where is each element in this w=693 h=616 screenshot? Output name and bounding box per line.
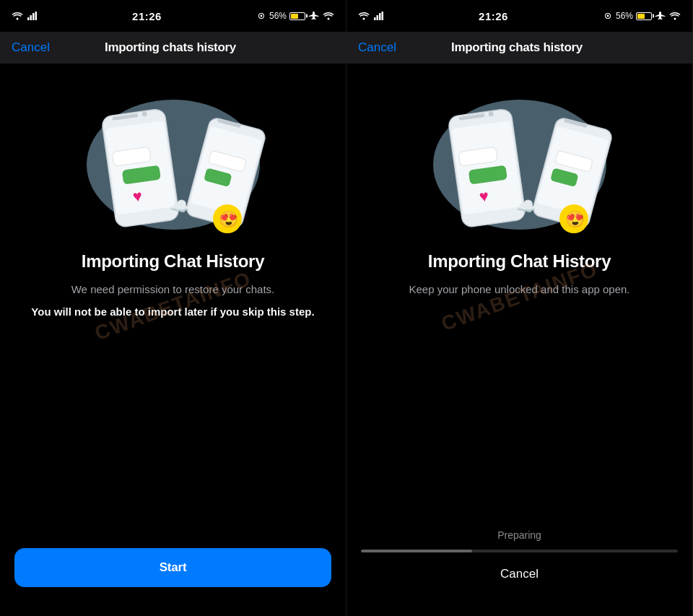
battery-fill-1 xyxy=(291,14,298,19)
battery-fill-2 xyxy=(637,14,645,19)
main-heading-1: Importing Chat History xyxy=(82,251,264,272)
svg-rect-26 xyxy=(374,17,376,20)
cancel-progress-button[interactable]: Cancel xyxy=(500,561,539,587)
wifi-icon-2 xyxy=(323,12,334,20)
svg-rect-29 xyxy=(382,12,384,20)
cancel-button-1[interactable]: Cancel xyxy=(12,40,50,55)
battery-percent-1: 56% xyxy=(269,11,287,21)
description-1a: We need permission to restore your chats… xyxy=(71,282,275,298)
signal-icon-2 xyxy=(374,12,384,20)
wifi-icon-3 xyxy=(358,12,370,20)
cancel-button-2[interactable]: Cancel xyxy=(358,40,396,55)
panel-2: 21:26 56% Cancel Importing chats history xyxy=(346,0,693,616)
nav-title-1: Importing chats history xyxy=(105,40,236,55)
status-time-1: 21:26 xyxy=(132,10,162,22)
svg-point-32 xyxy=(674,18,676,20)
battery-percent-2: 56% xyxy=(616,11,633,21)
svg-point-6 xyxy=(261,15,263,17)
progress-area: Preparing Cancel xyxy=(346,529,692,616)
phones-svg-2: ♥ ☁️ 😍 xyxy=(411,78,628,237)
content-1: CWABETAINFO xyxy=(0,64,346,548)
start-button[interactable]: Start xyxy=(14,548,331,587)
description-2a: Keep your phone unlocked and this app op… xyxy=(409,282,629,298)
svg-rect-4 xyxy=(35,12,38,20)
main-heading-2: Importing Chat History xyxy=(428,251,611,272)
progress-bar-fill xyxy=(361,550,472,552)
location-icon-2 xyxy=(603,12,613,20)
description-1b: You will not be able to import later if … xyxy=(31,304,314,321)
svg-text:☁️: ☁️ xyxy=(516,196,536,216)
svg-rect-3 xyxy=(32,13,35,20)
airplane-icon xyxy=(308,12,320,20)
svg-point-7 xyxy=(328,18,330,20)
wifi-icon-4 xyxy=(669,12,681,20)
status-bar-1: 21:26 56% xyxy=(0,0,346,32)
nav-title-2: Importing chats history xyxy=(451,40,583,55)
illustration-2: ♥ ☁️ 😍 xyxy=(411,78,628,237)
status-time-2: 21:26 xyxy=(479,10,508,22)
phones-svg-1: ♥ ☁️ 😍 xyxy=(65,78,282,237)
svg-text:😍: 😍 xyxy=(219,209,239,229)
svg-text:☁️: ☁️ xyxy=(170,196,190,216)
wifi-icon xyxy=(12,12,23,20)
bottom-area-1: Start xyxy=(0,548,346,616)
svg-point-25 xyxy=(363,18,365,20)
status-right-1: 56% xyxy=(256,11,334,21)
illustration-1: ♥ ☁️ 😍 xyxy=(65,78,282,237)
svg-rect-1 xyxy=(27,17,30,20)
panel-1: 21:26 56% Cancel Importing chats history xyxy=(0,0,346,616)
svg-rect-2 xyxy=(30,15,32,20)
status-left-1 xyxy=(12,12,38,20)
svg-point-31 xyxy=(607,15,609,17)
signal-icon xyxy=(27,12,38,20)
nav-bar-2: Cancel Importing chats history xyxy=(346,32,692,64)
airplane-icon-2 xyxy=(655,12,666,20)
status-right-2: 56% xyxy=(603,11,681,21)
svg-text:😍: 😍 xyxy=(565,209,585,229)
battery-icon-2 xyxy=(636,12,652,20)
content-2: CWABETAINFO xyxy=(346,64,692,529)
progress-bar-container xyxy=(361,550,678,552)
location-icon xyxy=(256,12,266,20)
svg-rect-28 xyxy=(379,13,381,20)
nav-bar-1: Cancel Importing chats history xyxy=(0,32,346,64)
svg-rect-27 xyxy=(377,15,379,20)
status-bar-2: 21:26 56% xyxy=(346,0,692,32)
svg-point-0 xyxy=(17,18,19,20)
status-left-2 xyxy=(358,12,384,20)
progress-label: Preparing xyxy=(361,529,678,541)
battery-icon-1 xyxy=(289,12,305,20)
